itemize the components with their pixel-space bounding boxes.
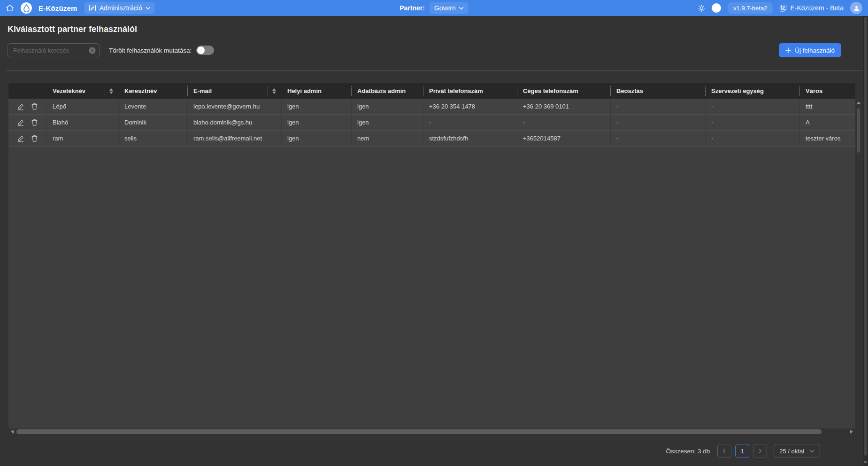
page-size-select[interactable]: 25 / oldal (774, 444, 820, 458)
table-cell: Dominik (119, 115, 188, 131)
scroll-down-arrow-icon[interactable] (863, 461, 867, 464)
column-label: Szervezeti egység (711, 87, 764, 94)
edit-user-button[interactable] (17, 135, 24, 142)
page-title: Kiválasztott partner felhasználói (8, 24, 137, 34)
edit-user-button[interactable] (17, 103, 24, 110)
table-cell: - (706, 99, 800, 115)
trash-icon (31, 119, 38, 126)
partner-select-value: Govern (434, 4, 456, 12)
delete-user-button[interactable] (31, 119, 38, 126)
trash-icon (31, 135, 38, 142)
table-cell: tttt (800, 99, 855, 115)
column-header-email[interactable]: E-mail (188, 83, 282, 99)
column-header-vezeteknev[interactable]: Vezetéknév (47, 83, 119, 99)
column-header-actions (8, 83, 47, 99)
chevron-left-icon (722, 449, 727, 453)
home-icon[interactable] (6, 4, 14, 12)
table-horizontal-scrollbar[interactable] (8, 428, 855, 435)
previous-page-button[interactable] (717, 444, 731, 458)
table-cell: lepo.levente@govern.hu (188, 99, 282, 115)
show-deleted-users-label: Törölt felhasználók mutatása: (109, 47, 192, 54)
column-label: Beosztás (616, 87, 643, 94)
theme-toggle[interactable] (712, 3, 721, 13)
table-cell: igen (352, 99, 423, 115)
edit-icon (17, 119, 24, 126)
column-resize-handle[interactable] (105, 86, 105, 96)
column-header-varos: Város (800, 83, 855, 99)
users-table-container: Vezetéknév Keresztnév E-m (8, 83, 862, 435)
column-header-keresztnev: Keresztnév (119, 83, 188, 99)
theme-sun-icon (698, 5, 705, 12)
horizontal-scrollbar-thumb[interactable] (16, 429, 822, 434)
new-user-button[interactable]: Új felhasználó (779, 43, 841, 57)
column-header-ceges-telefonszam: Céges telefonszám (517, 83, 611, 99)
table-row: ram sells ram.sells@allfreemail.net igen… (8, 131, 855, 147)
clear-search-icon[interactable] (89, 47, 96, 54)
delete-user-button[interactable] (31, 103, 38, 110)
total-count-label: Összesen: 3 db (666, 448, 710, 455)
app-logo[interactable] (21, 2, 32, 14)
sort-icon[interactable] (272, 88, 276, 94)
column-label: E-mail (193, 87, 266, 94)
trash-icon (31, 103, 38, 110)
table-header-row: Vezetéknév Keresztnév E-m (8, 83, 855, 99)
delete-user-button[interactable] (31, 135, 38, 142)
menu-administration-label: Adminisztráció (100, 4, 142, 12)
chevron-right-icon (758, 449, 762, 453)
column-label: Város (806, 87, 822, 94)
page-scrollbar-thumb[interactable] (864, 17, 867, 456)
table-vertical-scrollbar[interactable] (855, 99, 862, 428)
page-vertical-scrollbar[interactable] (863, 16, 868, 466)
table-cell: +3652014587 (517, 131, 611, 147)
column-label: Privát telefonszám (429, 87, 483, 94)
table-cell: +36 20 354 1478 (423, 99, 517, 115)
plus-icon (785, 47, 791, 53)
search-input[interactable] (8, 43, 100, 57)
column-header-adatbazis-admin: Adatbázis admin (352, 83, 423, 99)
environment-label: E-Közüzem - Beta (790, 4, 844, 12)
column-header-szervezeti-egyseg: Szervezeti egység (706, 83, 800, 99)
table-cell: stzdsfufzhdsfh (423, 131, 517, 147)
scroll-right-arrow-icon[interactable] (850, 430, 853, 434)
next-page-button[interactable] (753, 444, 767, 458)
edit-icon (17, 103, 24, 110)
show-deleted-users-toggle[interactable] (196, 46, 214, 55)
environment-indicator: E-Közüzem - Beta (779, 4, 844, 12)
table-cell: Levente (119, 99, 188, 115)
table-cell: ram (47, 131, 119, 147)
toggle-knob (197, 47, 205, 54)
table-cell: - (611, 115, 706, 131)
user-avatar[interactable] (850, 2, 862, 14)
table-cell: - (611, 131, 706, 147)
partner-select[interactable]: Govern (430, 2, 469, 14)
sort-icon[interactable] (109, 88, 113, 94)
vertical-scrollbar-thumb[interactable] (857, 108, 860, 153)
documents-icon (779, 4, 787, 12)
page-number-button[interactable]: 1 (735, 444, 749, 458)
chevron-down-icon (146, 7, 150, 10)
table-cell: igen (352, 115, 423, 131)
table-cell: igen (282, 131, 352, 147)
table-row: Lépő Levente lepo.levente@govern.hu igen… (8, 99, 855, 115)
table-cell: +36 20 369 0101 (517, 99, 611, 115)
column-label: Céges telefonszám (523, 87, 578, 94)
new-user-button-label: Új felhasználó (795, 47, 835, 54)
column-label: Helyi admin (287, 87, 322, 94)
person-icon (853, 5, 860, 12)
section-divider (6, 70, 862, 71)
scroll-left-arrow-icon[interactable] (11, 430, 14, 434)
edit-icon (17, 135, 24, 142)
chevron-down-icon (810, 450, 814, 453)
scroll-up-arrow-icon[interactable] (856, 101, 861, 104)
menu-administration[interactable]: Adminisztráció (84, 2, 155, 14)
table-cell: sells (119, 131, 188, 147)
row-actions-cell (8, 99, 47, 115)
column-label: Keresztnév (124, 87, 157, 94)
table-cell: - (706, 131, 800, 147)
edit-user-button[interactable] (17, 119, 24, 126)
column-label: Vezetéknév (53, 87, 103, 94)
column-resize-handle[interactable] (268, 86, 268, 96)
form-icon (89, 4, 96, 12)
table-row: Blahó Dominik blaho.dominik@gs.hu igen i… (8, 115, 855, 131)
column-header-beosztas: Beosztás (611, 83, 706, 99)
